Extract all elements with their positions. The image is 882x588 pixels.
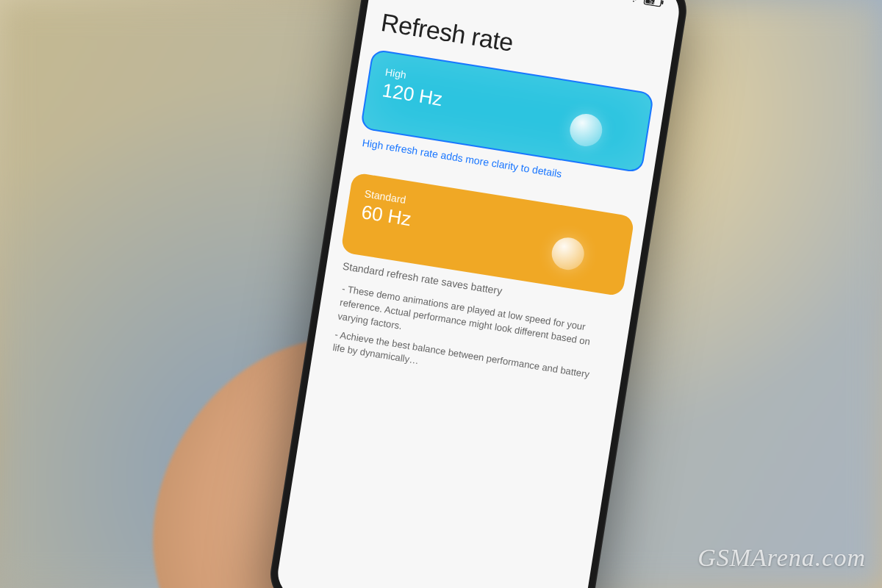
battery-icon: 57 <box>643 0 665 8</box>
no-sim-icon <box>614 0 625 1</box>
watermark: GSMArena.com <box>698 544 866 572</box>
wifi-icon <box>628 0 640 3</box>
back-arrow-icon[interactable] <box>385 0 407 2</box>
